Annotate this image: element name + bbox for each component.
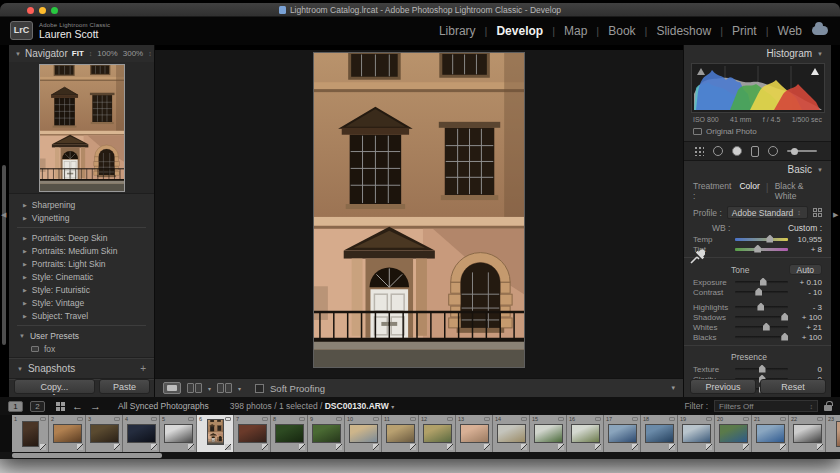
user-presets-header[interactable]: ▼User Presets xyxy=(9,329,154,342)
main-window-button[interactable]: 1 xyxy=(8,401,23,412)
flag-icon[interactable] xyxy=(780,417,786,421)
filmstrip-thumbnail[interactable]: 4 xyxy=(123,415,160,452)
settings-badge-icon[interactable] xyxy=(225,444,231,450)
redeye-tool-icon[interactable] xyxy=(732,146,742,156)
slider-knob[interactable] xyxy=(755,288,762,296)
slider-knob[interactable] xyxy=(781,313,788,321)
navigator-header[interactable]: ▼ Navigator FIT↕100%300%↕ xyxy=(9,45,154,62)
flag-icon[interactable] xyxy=(669,417,675,421)
flag-icon[interactable] xyxy=(336,417,342,421)
previous-photo-arrow-icon[interactable]: ← xyxy=(72,401,83,412)
settings-badge-icon[interactable] xyxy=(77,444,83,450)
filmstrip-thumbnail[interactable]: 15 xyxy=(530,415,567,452)
filmstrip-thumbnail[interactable]: 2 xyxy=(49,415,86,452)
compare-view-dropdown-icon[interactable]: ▾ xyxy=(208,385,211,392)
navigator-preview[interactable] xyxy=(39,64,125,192)
module-tab-map[interactable]: Map xyxy=(564,24,587,38)
settings-badge-icon[interactable] xyxy=(706,444,712,450)
filmstrip-scrollbar[interactable] xyxy=(0,452,840,459)
settings-badge-icon[interactable] xyxy=(484,444,490,450)
filmstrip-thumbnail[interactable]: 7 xyxy=(234,415,271,452)
flag-icon[interactable] xyxy=(632,417,638,421)
filter-lock-icon[interactable] xyxy=(824,405,832,411)
flag-icon[interactable] xyxy=(373,417,379,421)
settings-badge-icon[interactable] xyxy=(299,444,305,450)
filmstrip-thumbnail[interactable]: 18 xyxy=(641,415,678,452)
collapse-left-panel-arrow[interactable]: ◀ xyxy=(1,211,6,219)
crop-tool-icon[interactable] xyxy=(694,146,704,156)
slider-track[interactable] xyxy=(735,291,788,294)
flag-icon[interactable] xyxy=(447,417,453,421)
slider-track[interactable] xyxy=(735,248,788,251)
preset-item[interactable]: ▶Style: Cinematic xyxy=(9,270,154,283)
settings-badge-icon[interactable] xyxy=(780,444,786,450)
compare-view-icon[interactable] xyxy=(187,383,202,393)
flag-icon[interactable] xyxy=(151,417,157,421)
flag-icon[interactable] xyxy=(410,417,416,421)
filename-dropdown-icon[interactable]: ▾ xyxy=(391,404,394,410)
flag-icon[interactable] xyxy=(114,417,120,421)
left-panel-scrollbar[interactable] xyxy=(2,165,6,345)
module-tab-web[interactable]: Web xyxy=(778,24,802,38)
user-preset-item[interactable]: fox xyxy=(9,342,154,355)
zoom-level-100%[interactable]: 100% xyxy=(97,49,117,58)
filmstrip-thumbnail[interactable]: 9 xyxy=(308,415,345,452)
slider-track[interactable] xyxy=(735,368,788,371)
preset-item[interactable]: ▶Portraits: Deep Skin xyxy=(9,231,154,244)
settings-badge-icon[interactable] xyxy=(447,444,453,450)
histogram[interactable] xyxy=(691,63,825,113)
previous-button[interactable]: Previous xyxy=(690,379,756,394)
slider-knob[interactable] xyxy=(763,323,770,331)
flag-icon[interactable] xyxy=(706,417,712,421)
cloud-sync-icon[interactable] xyxy=(812,26,828,35)
filmstrip-thumbnail[interactable]: 20 xyxy=(715,415,752,452)
slider-track[interactable] xyxy=(735,281,788,284)
settings-badge-icon[interactable] xyxy=(632,444,638,450)
settings-badge-icon[interactable] xyxy=(114,444,120,450)
treatment-option-color[interactable]: Color xyxy=(739,181,759,201)
slider-knob[interactable] xyxy=(757,303,764,311)
settings-badge-icon[interactable] xyxy=(40,444,46,450)
slider-track[interactable] xyxy=(735,316,788,319)
filmstrip-thumbnail[interactable]: 16 xyxy=(567,415,604,452)
slider-knob[interactable] xyxy=(766,235,773,243)
filmstrip-thumbnail[interactable]: 12 xyxy=(419,415,456,452)
basic-panel-header[interactable]: Basic ▼ xyxy=(684,161,831,178)
slider-knob[interactable] xyxy=(760,278,767,286)
reset-button[interactable]: Reset xyxy=(760,379,826,394)
profile-dropdown[interactable]: Adobe Standard ↕ xyxy=(727,206,808,219)
settings-badge-icon[interactable] xyxy=(262,444,268,450)
filmstrip-thumbnail[interactable]: 11 xyxy=(382,415,419,452)
filmstrip-thumbnail[interactable]: 14 xyxy=(493,415,530,452)
next-photo-arrow-icon[interactable]: → xyxy=(90,401,101,412)
filmstrip-source[interactable]: All Synced Photographs xyxy=(118,401,209,411)
profile-browser-icon[interactable] xyxy=(813,208,822,217)
toolbar-options-dropdown-icon[interactable]: ▾ xyxy=(671,384,675,392)
module-tab-develop[interactable]: Develop xyxy=(496,24,543,38)
filmstrip-thumbnail[interactable]: 3 xyxy=(86,415,123,452)
slider-track[interactable] xyxy=(735,238,788,241)
settings-badge-icon[interactable] xyxy=(595,444,601,450)
flag-icon[interactable] xyxy=(77,417,83,421)
filmstrip-thumbnail[interactable]: 1 xyxy=(12,415,49,452)
slider-knob[interactable] xyxy=(754,245,761,253)
filmstrip-thumbnail[interactable]: 5 xyxy=(160,415,197,452)
maximize-window-button[interactable] xyxy=(51,7,58,14)
preset-item[interactable]: ▶Sharpening xyxy=(9,198,154,211)
filmstrip-thumbnail[interactable]: 8 xyxy=(271,415,308,452)
second-window-button[interactable]: 2 xyxy=(30,401,45,412)
filmstrip-thumbnail[interactable]: 21 xyxy=(752,415,789,452)
settings-badge-icon[interactable] xyxy=(743,444,749,450)
close-window-button[interactable] xyxy=(27,7,34,14)
add-icon[interactable]: + xyxy=(140,363,146,374)
histogram-header[interactable]: Histogram ▼ xyxy=(684,45,831,62)
zoom-level-fit[interactable]: FIT xyxy=(72,49,84,58)
selected-filename[interactable]: DSC00130.ARW xyxy=(325,401,389,411)
wb-value-dropdown[interactable]: Custom : xyxy=(788,223,822,233)
flag-icon[interactable] xyxy=(558,417,564,421)
preset-item[interactable]: ▶Subject: Travel xyxy=(9,309,154,322)
sidebar-panel-snapshots[interactable]: ▼Snapshots+ xyxy=(9,358,154,379)
settings-badge-icon[interactable] xyxy=(410,444,416,450)
preset-item[interactable]: ▶Style: Vintage xyxy=(9,296,154,309)
module-tab-print[interactable]: Print xyxy=(732,24,757,38)
